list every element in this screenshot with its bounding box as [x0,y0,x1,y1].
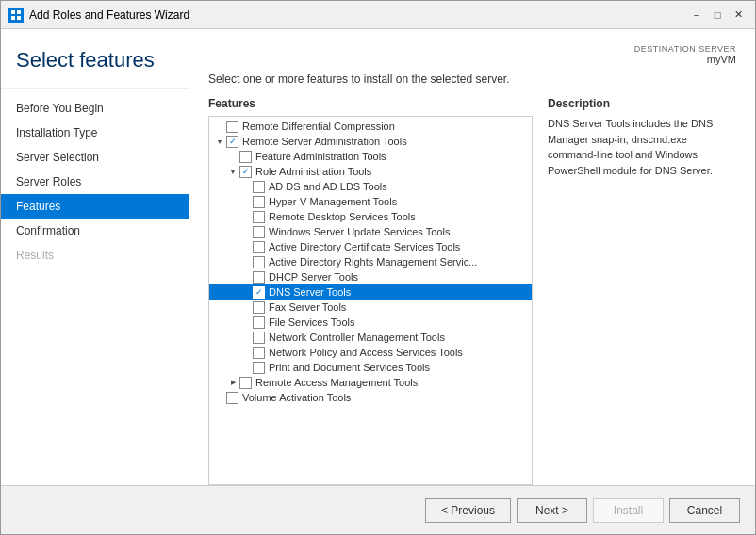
feature-checkbox[interactable] [253,241,265,253]
feature-checkbox[interactable] [253,332,265,344]
feature-checkbox[interactable]: ✓ [226,136,238,148]
feature-item[interactable]: ▶Remote Access Management Tools [209,375,532,390]
feature-label: Network Controller Management Tools [269,332,445,343]
feature-label: Print and Document Services Tools [269,362,430,373]
instruction-text: Select one or more features to install o… [208,73,736,86]
feature-item[interactable]: ▶Active Directory Rights Management Serv… [209,254,532,269]
expand-arrow: ▶ [226,376,239,389]
cancel-button[interactable]: Cancel [669,498,740,523]
feature-checkbox[interactable] [239,377,252,389]
panel-body: Features ▶Remote Differential Compressio… [208,97,736,485]
feature-checkbox[interactable]: ✓ [253,286,265,299]
main-panel: DESTINATION SERVER myVM Select one or mo… [189,29,755,485]
feature-item[interactable]: ▶File Services Tools [209,315,532,330]
svg-rect-3 [17,16,21,20]
feature-checkbox[interactable] [239,151,252,163]
description-panel: Description DNS Server Tools includes th… [548,97,736,485]
next-button[interactable]: Next > [517,498,587,523]
nav-item-server-roles[interactable]: Server Roles [1,170,189,194]
nav-item-server-selection[interactable]: Server Selection [1,145,189,170]
previous-button[interactable]: < Previous [425,498,511,523]
nav-item-results: Results [1,243,189,268]
feature-item[interactable]: ▶Active Directory Certificate Services T… [209,239,532,254]
feature-item[interactable]: ▶Hyper-V Management Tools [209,194,532,209]
maximize-button[interactable]: □ [708,6,727,24]
close-button[interactable]: ✕ [729,6,748,24]
feature-label: Network Policy and Access Services Tools [269,347,463,358]
title-bar: Add Roles and Features Wizard − □ ✕ [1,1,755,29]
nav-item-installation-type[interactable]: Installation Type [1,121,189,145]
feature-checkbox[interactable] [253,196,265,208]
feature-checkbox[interactable] [253,301,265,314]
feature-label: Fax Server Tools [269,301,346,313]
nav-item-confirmation[interactable]: Confirmation [1,219,189,243]
expand-arrow: ▼ [213,135,226,148]
content-area: Select features Before You BeginInstalla… [1,29,755,485]
minimize-button[interactable]: − [687,6,706,24]
feature-item[interactable]: ▶AD DS and AD LDS Tools [209,179,532,194]
feature-checkbox[interactable] [253,362,265,374]
description-label: Description [548,97,736,110]
feature-label: Remote Access Management Tools [255,377,418,388]
features-list-container[interactable]: ▶Remote Differential Compression▼✓Remote… [208,116,533,485]
install-button[interactable]: Install [593,498,664,523]
page-title: Select features [1,29,189,89]
features-list: ▶Remote Differential Compression▼✓Remote… [209,117,532,407]
feature-label: DHCP Server Tools [269,271,358,283]
nav-item-features[interactable]: Features [1,194,189,219]
feature-item[interactable]: ▼✓Remote Server Administration Tools [209,134,532,149]
feature-item[interactable]: ▶Remote Desktop Services Tools [209,209,532,224]
feature-item[interactable]: ▼✓Role Administration Tools [209,164,532,179]
svg-rect-2 [11,16,15,20]
server-name: myVM [208,54,736,65]
nav-item-before-you-begin[interactable]: Before You Begin [1,96,189,121]
feature-label: Feature Administration Tools [255,151,386,162]
feature-checkbox[interactable] [226,121,238,133]
feature-item[interactable]: ▶Network Policy and Access Services Tool… [209,345,532,360]
expand-arrow: ▼ [226,165,239,178]
feature-item[interactable]: ▶Volume Activation Tools [209,390,532,405]
feature-checkbox[interactable] [253,256,265,268]
feature-item[interactable]: ▶Feature Administration Tools [209,149,532,164]
main-window: Add Roles and Features Wizard − □ ✕ Sele… [0,0,756,535]
destination-label: DESTINATION SERVER [208,44,736,54]
feature-item[interactable]: ▶Windows Server Update Services Tools [209,224,532,239]
feature-checkbox[interactable] [253,347,265,359]
features-panel: Features ▶Remote Differential Compressio… [208,97,533,485]
feature-label: Remote Differential Compression [242,121,395,132]
feature-item[interactable]: ▶Remote Differential Compression [209,119,532,134]
feature-label: Volume Activation Tools [242,392,351,403]
feature-item[interactable]: ▶✓DNS Server Tools [209,284,532,300]
feature-item[interactable]: ▶DHCP Server Tools [209,269,532,284]
feature-label: DNS Server Tools [269,286,351,298]
feature-label: Active Directory Rights Management Servi… [269,256,477,268]
description-text: DNS Server Tools includes the DNS Manage… [548,116,736,178]
feature-checkbox[interactable] [253,211,265,223]
destination-server: DESTINATION SERVER myVM [208,44,736,65]
feature-label: AD DS and AD LDS Tools [269,181,387,192]
feature-item[interactable]: ▶Fax Server Tools [209,300,532,315]
feature-checkbox[interactable] [253,181,265,193]
feature-label: Role Administration Tools [255,166,371,177]
feature-label: Windows Server Update Services Tools [269,226,450,237]
feature-item[interactable]: ▶Network Controller Management Tools [209,330,532,345]
svg-rect-1 [17,10,21,14]
nav-list: Before You BeginInstallation TypeServer … [1,89,189,275]
svg-rect-0 [11,10,15,14]
feature-label: Remote Desktop Services Tools [269,211,416,222]
feature-label: File Services Tools [269,316,355,328]
window-title: Add Roles and Features Wizard [29,8,687,22]
app-icon [8,8,24,23]
feature-label: Hyper-V Management Tools [269,196,397,207]
feature-checkbox[interactable]: ✓ [239,166,252,178]
feature-checkbox[interactable] [226,392,238,404]
feature-checkbox[interactable] [253,316,265,329]
feature-item[interactable]: ▶Print and Document Services Tools [209,360,532,375]
features-label: Features [208,97,533,110]
feature-label: Active Directory Certificate Services To… [269,241,460,252]
feature-label: Remote Server Administration Tools [242,136,407,147]
sidebar: Select features Before You BeginInstalla… [1,29,189,485]
feature-checkbox[interactable] [253,271,265,284]
feature-checkbox[interactable] [253,226,265,238]
footer: < Previous Next > Install Cancel [1,485,755,534]
